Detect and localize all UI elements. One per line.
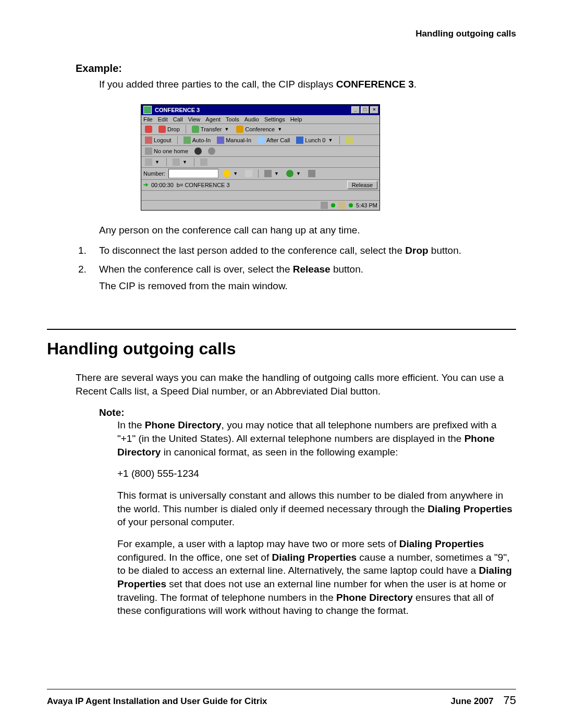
menu-edit[interactable]: Edit <box>158 116 168 122</box>
cip-toolbar-3: No one home <box>141 146 380 157</box>
note-p3: For example, a user with a laptop may ha… <box>117 537 516 618</box>
autoin-button[interactable]: Auto-In <box>182 136 212 144</box>
status-agent-icon <box>321 202 328 209</box>
volume-button[interactable]: ▼ <box>171 158 190 166</box>
keypad-icon <box>245 170 252 177</box>
text: button. <box>331 264 363 275</box>
cip-blank-row <box>141 191 380 201</box>
number-input[interactable] <box>168 169 218 178</box>
menu-call[interactable]: Call <box>173 116 183 122</box>
aux-icon <box>346 137 353 144</box>
note-phone: +1 (800) 555-1234 <box>117 467 516 480</box>
mute-button[interactable]: ▼ <box>143 158 162 166</box>
menu-tools[interactable]: Tools <box>226 116 239 122</box>
aftercall-icon <box>258 137 265 144</box>
drop-button[interactable]: Drop <box>157 125 181 133</box>
cip-menubar: File Edit Call View Agent Tools Audio Se… <box>141 115 380 124</box>
aux-button[interactable] <box>344 136 354 144</box>
section-intro: There are several ways you can make the … <box>76 371 516 398</box>
speeddial-button[interactable] <box>307 169 317 178</box>
step-1: 1. To disconnect the last person added t… <box>78 244 516 257</box>
note-p2: This format is universally constant and … <box>117 489 516 529</box>
separator <box>258 169 259 178</box>
release-button[interactable]: Release <box>347 181 377 189</box>
minimize-button[interactable]: _ <box>351 106 360 114</box>
text: . <box>414 79 417 90</box>
directory-button[interactable]: ▼ <box>263 169 282 178</box>
text: For example, a user with a laptop may ha… <box>117 538 399 549</box>
keypad-button[interactable] <box>243 169 254 178</box>
menu-audio[interactable]: Audio <box>244 116 259 122</box>
headset-icon <box>200 158 207 166</box>
text-bold: Dialing Properties <box>399 538 484 549</box>
chevron-down-icon: ▼ <box>273 171 280 176</box>
text: of your personal computer. <box>117 516 235 527</box>
history-button[interactable]: ▼ <box>285 169 303 178</box>
label: Auto-In <box>192 137 211 143</box>
section-divider <box>47 329 516 330</box>
hold-button[interactable] <box>143 125 154 133</box>
noonehome-button[interactable]: No one home <box>143 147 190 155</box>
play-icon <box>194 147 202 155</box>
text: In the <box>117 419 145 430</box>
menu-view[interactable]: View <box>188 116 201 122</box>
dial-button[interactable]: ▼ <box>222 169 240 178</box>
chevron-down-icon: ▼ <box>295 171 302 176</box>
chevron-down-icon: ▼ <box>327 138 334 143</box>
text-bold: Drop <box>405 245 428 256</box>
record-icon <box>208 147 215 155</box>
text: If you added three parties to the call, … <box>99 79 336 90</box>
cip-toolbar-4: ▼ ▼ <box>141 157 380 168</box>
history-icon <box>286 170 293 177</box>
status-dot-green <box>331 203 335 207</box>
text-bold: Phone Directory <box>145 419 222 430</box>
chevron-down-icon: ▼ <box>181 159 188 165</box>
label: Lunch 0 <box>305 137 325 143</box>
separator <box>194 158 194 166</box>
label: Logout <box>154 137 172 143</box>
label: After Call <box>266 137 290 143</box>
lunch-button[interactable]: Lunch 0▼ <box>295 136 335 144</box>
label: Conference <box>245 126 275 132</box>
menu-settings[interactable]: Settings <box>264 116 285 122</box>
chevron-down-icon: ▼ <box>154 159 161 165</box>
label: Manual-In <box>226 137 251 143</box>
transfer-button[interactable]: Transfer▼ <box>190 125 231 133</box>
logout-button[interactable]: Logout <box>143 136 173 144</box>
menu-agent[interactable]: Agent <box>205 116 221 122</box>
text-bold: Phone Directory <box>336 592 413 603</box>
label: No one home <box>154 148 188 154</box>
separator <box>186 125 186 133</box>
close-button[interactable]: × <box>370 106 378 114</box>
cip-title: CONFERENCE 3 <box>155 107 351 113</box>
aftercall-button[interactable]: After Call <box>256 136 291 144</box>
autoin-icon <box>183 137 191 144</box>
cip-call-row: ➔ 00:00:30 b= CONFERENCE 3 Release <box>141 180 380 191</box>
menu-file[interactable]: File <box>143 116 153 122</box>
chevron-down-icon: ▼ <box>232 171 239 176</box>
text: button. <box>429 245 461 256</box>
menu-help[interactable]: Help <box>290 116 302 122</box>
chevron-down-icon: ▼ <box>223 127 230 132</box>
play-button[interactable] <box>193 147 203 155</box>
manualin-button[interactable]: Manual-In <box>215 136 253 144</box>
label: Transfer <box>201 126 222 132</box>
conference-button[interactable]: Conference▼ <box>235 125 285 133</box>
example-label: Example: <box>76 63 516 75</box>
page-footer: Avaya IP Agent Installation and User Gui… <box>47 689 516 707</box>
text-bold: Dialing Properties <box>272 552 357 563</box>
footer-doc-title: Avaya IP Agent Installation and User Gui… <box>47 696 267 707</box>
list-number: 2. <box>78 263 99 292</box>
separator <box>166 158 167 166</box>
house-icon <box>145 147 152 155</box>
section-heading: Handling outgoing calls <box>47 339 516 359</box>
headset-button[interactable] <box>199 158 209 166</box>
step-2: 2. When the conference call is over, sel… <box>78 263 516 292</box>
note-label: Note: <box>99 407 516 418</box>
record-button[interactable] <box>206 147 217 155</box>
phone-conference-icon <box>236 126 243 133</box>
cip-toolbar-1: Drop Transfer▼ Conference▼ <box>141 124 380 135</box>
status-bell-icon <box>338 202 346 209</box>
cip-window: CONFERENCE 3 _ □ × File Edit Call View A… <box>141 104 380 211</box>
maximize-button[interactable]: □ <box>361 106 369 114</box>
